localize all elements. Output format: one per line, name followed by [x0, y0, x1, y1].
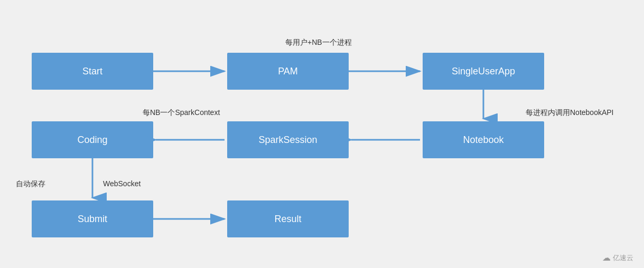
- node-notebook: Notebook: [423, 121, 544, 158]
- label-per-process-notebookapi: 每进程内调用NotebookAPI: [526, 108, 614, 118]
- watermark: ☁ 亿速云: [602, 253, 633, 263]
- node-pam: PAM: [227, 53, 349, 90]
- label-auto-save: 自动保存: [16, 179, 45, 189]
- node-submit: Submit: [32, 200, 153, 237]
- node-result: Result: [227, 200, 349, 237]
- watermark-icon: ☁: [602, 253, 611, 263]
- node-coding: Coding: [32, 121, 153, 158]
- node-sparksession: SparkSession: [227, 121, 349, 158]
- node-singleuserapp: SingleUserApp: [423, 53, 544, 90]
- label-websocket: WebSocket: [103, 179, 141, 188]
- label-per-user-nb: 每用户+NB一个进程: [285, 38, 352, 47]
- label-per-nb-sparkcontext: 每NB一个SparkContext: [143, 108, 220, 118]
- diagram-container: Start PAM SingleUserApp Coding SparkSess…: [0, 0, 644, 268]
- node-start: Start: [32, 53, 153, 90]
